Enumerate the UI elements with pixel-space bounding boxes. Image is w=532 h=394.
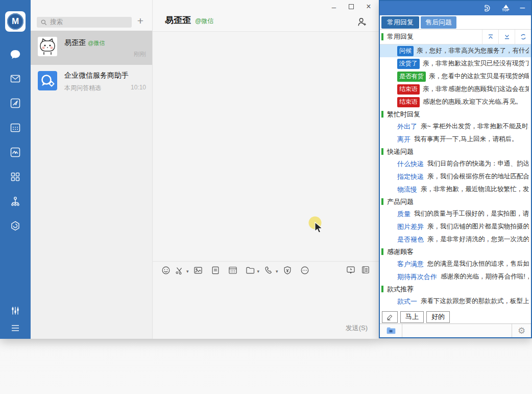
reply-label: 什么快递 bbox=[397, 159, 424, 169]
schedule-icon[interactable] bbox=[228, 265, 238, 275]
quick-phrase-button[interactable]: 马上 bbox=[400, 311, 424, 323]
chat-history-icon[interactable] bbox=[346, 265, 356, 275]
search-icon bbox=[40, 19, 47, 26]
reply-text: 亲，我们会根据你所在的地址匹配合... bbox=[427, 172, 529, 181]
apps-icon[interactable] bbox=[9, 171, 21, 183]
reply-item[interactable]: 物流慢亲，非常抱歉，最近物流比较繁忙，发... bbox=[380, 183, 531, 196]
panel-minimize-button[interactable]: – bbox=[520, 3, 525, 12]
collapse-all-icon[interactable] bbox=[482, 30, 498, 44]
avatar[interactable]: M bbox=[5, 11, 26, 32]
chat-icon[interactable] bbox=[9, 48, 21, 60]
notes-icon[interactable] bbox=[360, 265, 371, 275]
reply-item[interactable]: 什么快递我们目前合作的快递为：申通、韵达... bbox=[380, 157, 531, 170]
reply-badge: 问候 bbox=[397, 46, 414, 56]
reply-badge: 是否有货 bbox=[397, 72, 426, 82]
section-title: 产品问题 bbox=[387, 197, 414, 206]
reply-item[interactable]: 离开我有事离开一下,马上回来，请稍后。 bbox=[380, 133, 531, 146]
reply-item[interactable]: 图片差异亲，我们店铺的图片都是实物拍摄的... bbox=[380, 220, 531, 233]
section-header[interactable]: 感谢顾客 bbox=[380, 246, 531, 258]
image-icon[interactable] bbox=[193, 265, 203, 275]
reply-item[interactable]: 款式一亲看下这款跟您要的那款款式，板型上... bbox=[380, 295, 531, 308]
more-icon[interactable] bbox=[300, 265, 310, 275]
send-button[interactable]: 发送(S) bbox=[346, 323, 368, 333]
panel-tabs: 常用回复 售后问题 bbox=[380, 15, 531, 30]
minimize-button[interactable]: – bbox=[328, 2, 340, 12]
tab-aftersale[interactable]: 售后问题 bbox=[421, 16, 456, 29]
expand-all-icon[interactable] bbox=[498, 30, 515, 44]
chat-item-name: 企业微信服务商助手 bbox=[64, 71, 129, 80]
section-header[interactable]: 繁忙时回复 bbox=[380, 108, 531, 120]
reply-item[interactable]: 指定快递亲，我们会根据你所在的地址匹配合... bbox=[380, 170, 531, 183]
chat-item-wecom-assistant[interactable]: 企业微信服务商助手 本周问答精选 10:10 bbox=[31, 65, 152, 99]
chat-item-time: 10:10 bbox=[131, 84, 146, 91]
tab-common-replies[interactable]: 常用回复 bbox=[381, 16, 419, 29]
reply-text: 亲，非常抱歉这款宝贝已经没有现货了... bbox=[423, 59, 529, 68]
section-color-bar bbox=[381, 248, 383, 255]
reply-badge: 没货了 bbox=[397, 59, 420, 69]
chat-message-area[interactable] bbox=[153, 32, 379, 261]
screenshot-caret-icon[interactable]: ▾ bbox=[186, 269, 189, 274]
plugins-icon[interactable] bbox=[9, 220, 21, 232]
group-color-bar bbox=[381, 33, 383, 40]
folder-caret-icon[interactable]: ▾ bbox=[257, 269, 260, 274]
section-header[interactable]: 款式推荐 bbox=[380, 283, 531, 295]
reply-item[interactable]: 结束语感谢您的惠顾,欢迎下次光临,再见。 bbox=[380, 96, 531, 108]
chat-item-yiwaiwai[interactable]: 易歪歪@微信 刚刚 bbox=[31, 31, 152, 65]
reply-text: 感谢亲的光临，期待再合作啦!，... bbox=[441, 272, 529, 281]
add-member-icon[interactable] bbox=[356, 16, 368, 28]
chat-toolbar: ▾ ▾ ▾ bbox=[153, 261, 379, 279]
menu-icon[interactable] bbox=[9, 322, 21, 334]
reply-badge: 结束语 bbox=[397, 84, 420, 95]
reply-label: 期待再次合作 bbox=[397, 272, 437, 282]
reply-item[interactable]: 期待再次合作感谢亲的光临，期待再合作啦!，... bbox=[380, 270, 531, 283]
settings-gear-icon[interactable]: ⚙ bbox=[512, 324, 531, 337]
reply-item[interactable]: 外出了亲~ 掌柜外出发货，非常抱歉不能及时... bbox=[380, 120, 531, 133]
chat-item-preview: 本周问答精选 bbox=[64, 84, 101, 92]
section-title: 繁忙时回复 bbox=[387, 110, 420, 119]
wechat-tag: @微信 bbox=[195, 17, 213, 25]
magnet-icon[interactable] bbox=[480, 4, 492, 13]
filters-icon[interactable] bbox=[9, 305, 21, 317]
gallery-icon[interactable] bbox=[9, 146, 21, 158]
reply-item[interactable]: 问候亲，您好，非常高兴为您服务了，有什么... bbox=[380, 44, 531, 57]
avatar bbox=[38, 71, 57, 90]
reply-item[interactable]: 质量我们的质量与手工很好的，是实拍图，请... bbox=[380, 207, 531, 220]
pin-top-icon[interactable]: TOP bbox=[500, 5, 512, 12]
new-chat-button[interactable]: + bbox=[134, 14, 147, 28]
workbench-icon[interactable] bbox=[9, 97, 21, 109]
section-header[interactable]: 产品问题 bbox=[380, 196, 531, 207]
section-header[interactable]: 快递问题 bbox=[380, 146, 531, 157]
reply-label: 客户满意 bbox=[397, 260, 424, 269]
reply-item[interactable]: 结束语亲，非常感谢您的惠顾我们这边会在第... bbox=[380, 83, 531, 96]
call-icon[interactable] bbox=[263, 265, 274, 275]
quick-phrase-button[interactable]: 好的 bbox=[426, 311, 450, 323]
search-input[interactable]: 搜索 bbox=[37, 17, 132, 28]
desktop: M bbox=[0, 0, 532, 394]
payment-icon[interactable] bbox=[282, 265, 293, 275]
close-button[interactable]: × bbox=[362, 2, 375, 12]
quick-reply-bar: 马上 好的 bbox=[380, 310, 531, 323]
reply-item[interactable]: 没货了亲，非常抱歉这款宝贝已经没有现货了... bbox=[380, 57, 531, 70]
reply-item[interactable]: 客户满意您的满意是我们永恒的追求，售后如... bbox=[380, 258, 531, 270]
reply-item[interactable]: 是否有货亲，您看中的这款宝贝是有现货的呢... bbox=[380, 70, 531, 83]
folder-icon[interactable] bbox=[245, 265, 255, 275]
reply-label: 是否褪色 bbox=[397, 235, 424, 244]
panel-bottom-bar: ⚙ bbox=[380, 323, 531, 337]
reply-text: 我有事离开一下,马上回来，请稍后。 bbox=[414, 135, 518, 144]
screenshot-icon[interactable] bbox=[174, 265, 184, 275]
folder-shortcut-icon[interactable] bbox=[380, 324, 402, 337]
reply-text: 亲，是非常好清洗的，您第一次洗的... bbox=[427, 235, 529, 244]
emoji-icon[interactable] bbox=[161, 265, 171, 275]
reply-item[interactable]: 是否褪色亲，是非常好清洗的，您第一次洗的... bbox=[380, 233, 531, 246]
call-caret-icon[interactable]: ▾ bbox=[276, 269, 278, 274]
file-icon[interactable] bbox=[210, 265, 221, 275]
group-title: 常用回复 bbox=[387, 32, 482, 41]
refresh-icon[interactable] bbox=[515, 30, 531, 44]
chat-item-name: 易歪歪@微信 bbox=[64, 38, 105, 48]
calendar-icon[interactable] bbox=[9, 122, 21, 134]
contacts-icon[interactable] bbox=[9, 195, 21, 207]
edit-button[interactable] bbox=[382, 311, 398, 323]
maximize-button[interactable] bbox=[345, 2, 357, 12]
mail-icon[interactable] bbox=[9, 73, 21, 85]
reply-text: 亲，您好，非常高兴为您服务了，有什么... bbox=[417, 47, 529, 55]
